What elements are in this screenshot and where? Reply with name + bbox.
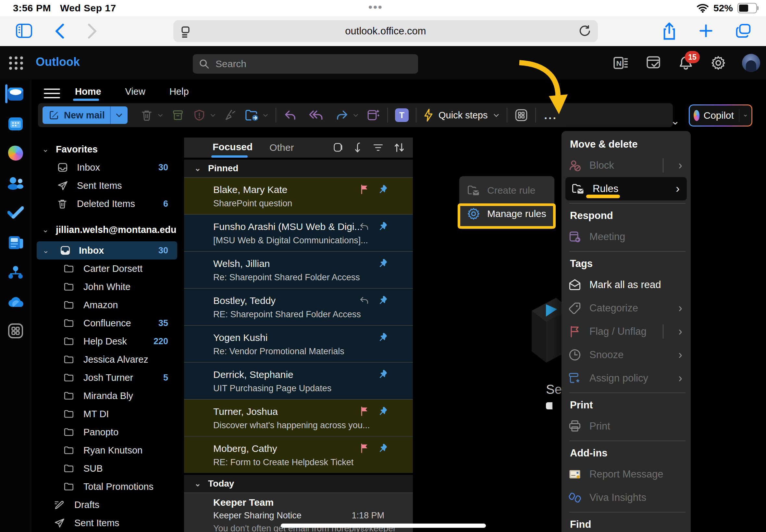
forward-button[interactable] [334, 108, 349, 123]
favorites-header[interactable]: ⌄ Favorites [31, 140, 182, 158]
settings-gear-icon[interactable] [710, 54, 727, 72]
news-app-icon[interactable] [0, 231, 31, 254]
sidebar-folder[interactable]: MT DI [31, 405, 182, 423]
today-section-header[interactable]: ⌄ Today [184, 475, 413, 492]
pin-icon[interactable] [377, 369, 388, 380]
onedrive-app-icon[interactable] [0, 291, 31, 314]
share-icon[interactable] [662, 22, 676, 40]
report-dropdown[interactable] [209, 112, 216, 119]
sort-direction-icon[interactable] [353, 142, 363, 153]
people-app-icon[interactable] [0, 172, 31, 194]
todo-app-icon[interactable] [0, 201, 31, 224]
copilot-app-icon[interactable] [0, 142, 31, 164]
new-mail-dropdown[interactable] [111, 111, 128, 119]
sort-order-icon[interactable] [394, 142, 405, 153]
sidebar-folder[interactable]: Ryan Knutson [31, 441, 182, 459]
archive-button[interactable] [170, 108, 185, 123]
filter-icon[interactable] [372, 143, 384, 152]
forward-dropdown[interactable] [352, 112, 359, 119]
copilot-button[interactable]: Copilot [689, 104, 752, 127]
forward-button-icon[interactable] [88, 23, 97, 39]
share-to-calendar-icon[interactable] [366, 108, 381, 123]
collapse-ribbon-chevron[interactable]: ⌄ [671, 114, 680, 127]
email-row[interactable]: Bostley, Teddy RE: Sharepoint Shared Fol… [184, 288, 413, 325]
sidebar-item-sent[interactable]: Sent Items [31, 514, 182, 532]
org-explorer-app-icon[interactable] [0, 261, 31, 284]
copilot-dropdown[interactable] [743, 112, 748, 119]
tab-help[interactable]: Help [167, 86, 191, 97]
more-apps-icon[interactable] [0, 320, 31, 342]
menu-item-report-message[interactable]: Report Message [562, 463, 691, 486]
page-settings-icon[interactable] [180, 25, 193, 38]
back-button-icon[interactable] [55, 23, 64, 39]
more-options-button[interactable]: ... [544, 109, 557, 122]
calendar-app-icon[interactable] [0, 113, 31, 135]
tab-focused[interactable]: Focused [213, 141, 252, 152]
tab-home[interactable]: Home [72, 86, 104, 97]
quick-steps-dropdown[interactable] [493, 111, 500, 119]
sidebar-folder[interactable]: Jessica Alvarez [31, 350, 182, 369]
sidebar-item-sent-favorite[interactable]: Sent Items [31, 176, 182, 195]
sidebar-folder[interactable]: Panopto [31, 423, 182, 441]
sidebar-toggle-icon[interactable] [16, 23, 32, 38]
move-to-dropdown[interactable] [262, 112, 269, 119]
email-row[interactable]: Derrick, Stephanie UIT Purchasing Page U… [184, 362, 413, 399]
outlook-brand[interactable]: Outlook [36, 55, 80, 69]
sidebar-folder[interactable]: Amazon [31, 296, 182, 314]
flag-icon[interactable] [359, 184, 369, 195]
pin-icon[interactable] [377, 443, 388, 453]
email-row[interactable]: Blake, Mary Kate SharePoint question [184, 177, 413, 214]
menu-item-block[interactable]: Block › [562, 154, 691, 177]
notifications-bell-icon[interactable]: 15 [677, 54, 695, 72]
account-avatar[interactable] [742, 54, 760, 72]
app-launcher-icon[interactable] [9, 56, 23, 70]
email-row[interactable]: Welsh, Jillian Re: Sharepoint Shared Fol… [184, 251, 413, 288]
home-indicator[interactable] [281, 524, 486, 528]
menu-item-mark-all-read[interactable]: Mark all as read [562, 273, 691, 296]
account-header[interactable]: ⌄ jillian.welsh@montana.edu [31, 221, 182, 239]
move-to-button[interactable] [244, 108, 259, 123]
sidebar-item-inbox-favorite[interactable]: Inbox 30 [31, 158, 182, 176]
sidebar-folder[interactable]: Confluence35 [31, 314, 182, 332]
sidebar-folder[interactable]: Carter Dorsett [31, 260, 182, 278]
email-row[interactable]: Moberg, Cathy RE: Form to Create Helpdes… [184, 436, 413, 473]
tab-other[interactable]: Other [269, 142, 294, 153]
select-messages-icon[interactable] [332, 142, 343, 153]
menu-item-categorize[interactable]: Categorize › [562, 296, 691, 320]
new-mail-button[interactable]: New mail [43, 106, 128, 124]
pin-icon[interactable] [377, 332, 388, 343]
teams-share-icon[interactable]: T [395, 108, 409, 123]
sidebar-folder[interactable]: Miranda Bly [31, 387, 182, 405]
submenu-item-create-rule[interactable]: Create rule [459, 179, 554, 202]
search-input[interactable] [215, 58, 392, 70]
report-button[interactable] [192, 108, 207, 123]
apps-grid-icon[interactable] [514, 108, 529, 123]
sidebar-item-drafts[interactable]: Drafts [31, 496, 182, 514]
pinned-section-header[interactable]: ⌄ Pinned [184, 160, 413, 177]
menu-item-rules[interactable]: Rules › [565, 177, 687, 200]
notes-icon[interactable] [645, 54, 662, 72]
address-bar[interactable]: outlook.office.com [173, 20, 598, 42]
tab-view[interactable]: View [123, 86, 148, 97]
search-bar[interactable] [193, 54, 418, 74]
delete-button[interactable] [139, 108, 154, 123]
sidebar-folder[interactable]: Josh Turner5 [31, 369, 182, 387]
new-tab-icon[interactable] [699, 23, 713, 38]
sidebar-folder[interactable]: Total Promotions [31, 478, 182, 496]
menu-item-print[interactable]: Print [562, 415, 691, 438]
sidebar-folder[interactable]: John White [31, 278, 182, 296]
menu-item-flag-unflag[interactable]: Flag / Unflag › [562, 320, 691, 343]
pin-icon[interactable] [377, 258, 388, 269]
sidebar-folder[interactable]: Help Desk220 [31, 332, 182, 350]
email-row[interactable]: Yogen Kushi Re: Vendor Promotional Mater… [184, 325, 413, 362]
flag-icon[interactable] [359, 443, 369, 453]
flag-icon[interactable] [359, 406, 369, 417]
mail-app-icon[interactable] [0, 83, 31, 105]
reload-icon[interactable] [578, 25, 591, 37]
multitasking-dots-icon[interactable]: ••• [368, 1, 383, 13]
sidebar-folder[interactable]: SUB [31, 459, 182, 478]
sidebar-item-deleted-favorite[interactable]: Deleted Items 6 [31, 195, 182, 213]
menu-item-snooze[interactable]: Snooze › [562, 343, 691, 367]
quick-steps-button[interactable]: Quick steps [423, 109, 500, 122]
pin-icon[interactable] [377, 295, 388, 306]
